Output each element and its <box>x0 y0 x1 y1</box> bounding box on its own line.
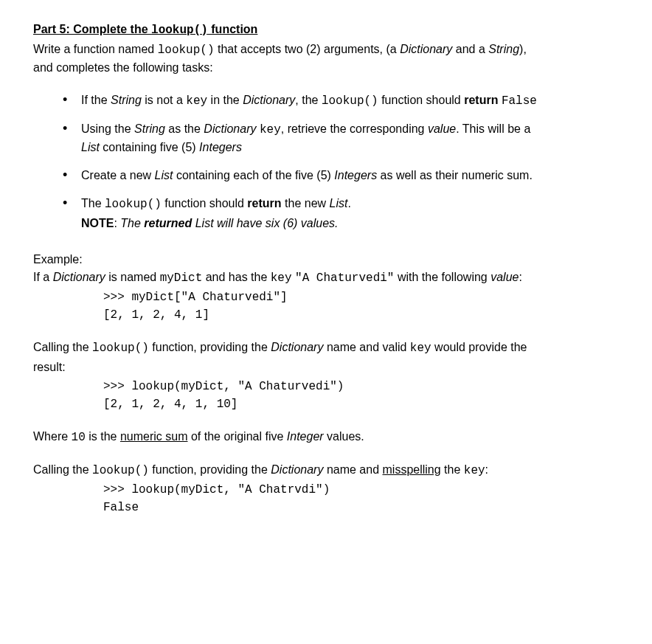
code-block-3: >>> lookup(myDict, "A Chatrvdi") False <box>33 481 619 516</box>
italic-text: Dictionary <box>271 341 323 353</box>
document-content: Part 5: Complete the lookup() function W… <box>33 21 619 516</box>
text: and a <box>452 43 488 55</box>
text: function, providing the <box>149 341 271 353</box>
code-text: lookup() <box>158 44 215 57</box>
text: name and <box>323 463 382 476</box>
example-description: If a Dictionary is named myDict and has … <box>33 269 619 287</box>
text: Write a function named <box>33 43 158 55</box>
text: The <box>81 197 105 210</box>
text: that accepts two (2) arguments, (a <box>215 43 400 55</box>
code-text: key <box>271 271 292 285</box>
text: is the <box>86 430 120 443</box>
text: function should <box>378 94 465 106</box>
where-paragraph: Where 10 is the numeric sum of the origi… <box>33 428 619 446</box>
list-item: Using the String as the Dictionary key, … <box>63 120 619 156</box>
calling-paragraph-1: Calling the lookup() function, providing… <box>33 339 619 357</box>
code-line: >>> lookup(myDict, "A Chatrvdi") <box>103 481 619 499</box>
text: : <box>519 271 521 283</box>
italic-text: List <box>330 197 348 210</box>
calling-paragraph-1b: result: <box>33 359 619 376</box>
list-item: If the String is not a key in the Dictio… <box>63 91 619 110</box>
code-text: lookup() <box>322 94 378 108</box>
list-item-line2: List containing five (5) Integers <box>81 139 619 156</box>
text: ), <box>519 43 527 55</box>
text: . <box>347 197 350 210</box>
code-text: lookup() <box>105 198 162 211</box>
text: , the <box>295 94 322 106</box>
code-line: [2, 1, 2, 4, 1] <box>103 306 619 324</box>
text: : <box>114 217 120 229</box>
note-line: NOTE: The returned List will have six (6… <box>81 215 619 232</box>
list-item: The lookup() function should return the … <box>63 195 619 232</box>
code-text: key <box>464 464 485 477</box>
italic-text: String <box>488 43 519 55</box>
text: is named <box>105 271 160 283</box>
italic-text: Dictionary <box>204 122 256 135</box>
text: with the following <box>394 271 490 283</box>
text: containing each of the five (5) <box>173 169 335 181</box>
code-line: False <box>103 499 619 516</box>
bold-text: return <box>247 197 281 210</box>
italic-text: Integers <box>199 141 242 153</box>
text: If the <box>81 94 111 106</box>
underline-text: numeric sum <box>120 430 188 443</box>
task-list: If the String is not a key in the Dictio… <box>33 91 619 232</box>
text: is not a <box>142 94 186 106</box>
code-text: lookup() <box>92 464 149 477</box>
text: Create a new <box>81 169 155 181</box>
text: : <box>485 463 488 476</box>
italic-text: Integers <box>334 169 377 181</box>
text: , retrieve the corresponding <box>281 122 428 135</box>
example-label: Example: <box>33 251 619 269</box>
text: name and valid <box>323 341 409 353</box>
italic-text: Integer <box>287 430 324 443</box>
text: List will have six (6) values. <box>192 217 338 229</box>
text: in the <box>207 94 243 106</box>
code-text: myDict <box>160 271 203 285</box>
italic-text: List <box>81 141 100 153</box>
code-text: "A Chaturvedi" <box>295 271 394 285</box>
text: Calling the <box>33 463 92 476</box>
code-block-2: >>> lookup(myDict, "A Chaturvedi") [2, 1… <box>33 378 619 413</box>
text: Calling the <box>33 341 92 353</box>
code-text: key <box>410 342 431 355</box>
text: as well as their numeric sum. <box>377 169 533 181</box>
text: The <box>120 217 144 229</box>
italic-text: Dictionary <box>400 43 452 55</box>
heading-suffix: function <box>208 23 258 35</box>
heading-prefix: Part 5: Complete the <box>33 23 151 35</box>
text: would provide the <box>431 341 527 353</box>
italic-text: Dictionary <box>243 94 295 106</box>
text: the new <box>282 197 330 210</box>
intro-line-2: and completes the following tasks: <box>33 59 619 77</box>
code-text: key <box>260 123 281 136</box>
bold-text: NOTE <box>81 217 114 229</box>
italic-text: Dictionary <box>271 463 323 476</box>
section-heading: Part 5: Complete the lookup() function <box>33 21 619 39</box>
code-text: False <box>502 94 537 108</box>
text: function, providing the <box>149 463 271 476</box>
text: the <box>441 463 464 476</box>
text: function should <box>162 197 248 210</box>
italic-text: Dictionary <box>53 271 105 283</box>
underline-text: misspelling <box>383 463 441 476</box>
italic-text: String <box>134 122 165 135</box>
heading-func: lookup() <box>151 24 208 37</box>
code-line: >>> lookup(myDict, "A Chaturvedi") <box>103 378 619 395</box>
calling-paragraph-2: Calling the lookup() function, providing… <box>33 461 619 479</box>
text: of the original five <box>188 430 287 443</box>
italic-text: String <box>111 94 142 106</box>
note-italic: The returned List will have six (6) valu… <box>120 217 338 229</box>
code-line: >>> myDict["A Chaturvedi"] <box>103 288 619 306</box>
list-item: Create a new List containing each of the… <box>63 167 619 184</box>
italic-text: List <box>155 169 173 181</box>
italic-text: value <box>428 122 456 135</box>
text: . This will be a <box>456 122 530 135</box>
text: and has the <box>202 271 271 283</box>
code-text: lookup() <box>92 342 149 355</box>
bold-text: returned <box>144 217 192 229</box>
bold-text: return <box>464 94 498 106</box>
italic-text: value <box>490 271 519 283</box>
text: as the <box>165 122 204 135</box>
text: values. <box>324 430 364 443</box>
